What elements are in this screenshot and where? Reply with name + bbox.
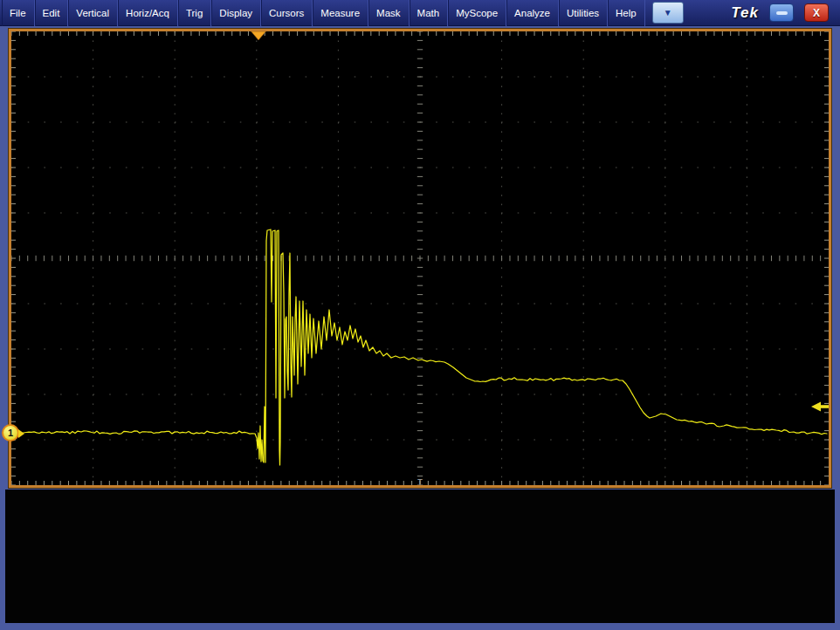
- trigger-position-marker[interactable]: [251, 31, 266, 40]
- menu-item-measure[interactable]: Measure: [313, 0, 368, 26]
- oscilloscope-screen: FileEditVerticalHoriz/AcqTrigDisplayCurs…: [0, 0, 840, 630]
- menu-item-edit[interactable]: Edit: [35, 0, 69, 26]
- menu-item-trig[interactable]: Trig: [178, 0, 211, 26]
- menu-bar: FileEditVerticalHoriz/AcqTrigDisplayCurs…: [0, 0, 840, 26]
- menu-item-help[interactable]: Help: [608, 0, 645, 26]
- menu-item-myscope[interactable]: MyScope: [448, 0, 506, 26]
- tek-logo: Tek: [731, 4, 759, 22]
- menu-item-file[interactable]: File: [2, 0, 35, 26]
- waveform-display: T: [11, 31, 829, 485]
- menu-item-horiz-acq[interactable]: Horiz/Acq: [118, 0, 178, 26]
- graticule-frame: T: [9, 29, 831, 488]
- menu-item-cursors[interactable]: Cursors: [261, 0, 313, 26]
- menu-item-analyze[interactable]: Analyze: [506, 0, 559, 26]
- minimize-icon: [776, 11, 788, 15]
- readout-area: C1 2.0V/div 1MΩ BW:500M A' C1 1.2V 40.0n…: [5, 490, 835, 623]
- menu-item-utilities[interactable]: Utilities: [559, 0, 608, 26]
- menu-dropdown-button[interactable]: ▼: [652, 2, 684, 24]
- channel1-trace: [13, 229, 827, 465]
- minimize-button[interactable]: [769, 3, 794, 22]
- menu-item-math[interactable]: Math: [410, 0, 449, 26]
- chevron-down-icon: ▼: [664, 8, 672, 17]
- menu-item-mask[interactable]: Mask: [368, 0, 409, 26]
- menu-item-display[interactable]: Display: [211, 0, 261, 26]
- close-button[interactable]: X: [804, 3, 829, 22]
- menu-item-vertical[interactable]: Vertical: [68, 0, 118, 26]
- channel1-marker-arrow-icon: [18, 429, 24, 438]
- trigger-time-marker: T: [417, 477, 423, 485]
- close-icon: X: [813, 7, 820, 19]
- channel1-ground-marker[interactable]: 1: [2, 424, 19, 442]
